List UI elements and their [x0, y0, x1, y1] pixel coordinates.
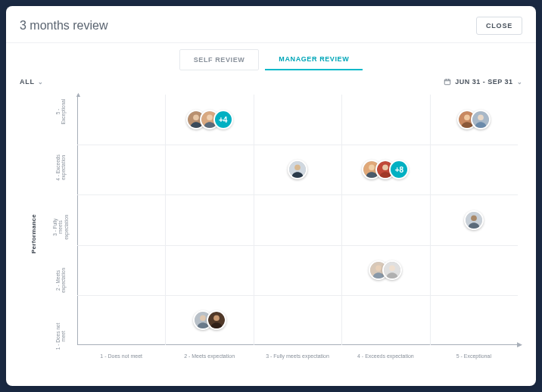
svg-point-8 [478, 114, 484, 120]
svg-point-24 [213, 315, 220, 321]
svg-point-16 [471, 215, 477, 221]
chevron-down-icon: ⌄ [38, 79, 44, 86]
svg-point-18 [376, 265, 382, 271]
date-range-label: JUN 31 - SEP 31 [455, 78, 512, 86]
review-card: 3 months review CLOSE SELF REVIEW MANAGE… [6, 6, 536, 386]
x-axis [77, 344, 518, 345]
avatar [471, 110, 491, 129]
x-axis-arrow-icon: ▶ [517, 341, 522, 348]
data-point[interactable]: +8 [362, 160, 409, 179]
svg-point-14 [383, 165, 389, 171]
x-tick-5: 5 - Exceptional [456, 353, 491, 359]
y-tick-5: 5 - Exceptional [55, 97, 67, 127]
divider [6, 42, 536, 43]
overflow-badge: +4 [213, 110, 233, 129]
y-tick-3: 3 - Fully meets expectation [52, 212, 69, 242]
x-tick-1: 1 - Does not meet [100, 353, 142, 359]
tab-self-review[interactable]: SELF REVIEW [179, 49, 260, 70]
avatar [207, 310, 226, 330]
data-point[interactable] [464, 210, 484, 230]
chevron-down-icon: ⌄ [517, 79, 523, 86]
svg-point-2 [193, 114, 199, 120]
data-point[interactable] [288, 160, 307, 179]
filter-label: ALL [20, 78, 35, 86]
date-range-picker[interactable]: JUN 31 - SEP 31 ⌄ [444, 78, 522, 86]
tabs: SELF REVIEW MANAGER REVIEW [6, 49, 536, 70]
data-point[interactable]: +4 [186, 110, 233, 129]
svg-point-4 [207, 114, 213, 120]
performance-chart: Performance 1 - Does not meet 2 - Meets … [6, 90, 536, 386]
svg-point-22 [200, 315, 206, 321]
avatar [288, 160, 307, 179]
tab-manager-review[interactable]: MANAGER REVIEW [265, 49, 363, 70]
y-axis-arrow-icon: ▲ [75, 91, 82, 98]
data-point[interactable] [369, 260, 402, 280]
y-axis [77, 95, 78, 345]
close-button[interactable]: CLOSE [476, 17, 522, 35]
svg-rect-0 [444, 79, 450, 85]
plot-area: ▲ ▶ +4 [77, 95, 518, 345]
x-tick-3: 3 - Fully meets expectation [266, 353, 329, 359]
overflow-badge: +8 [389, 160, 409, 179]
controls-bar: ALL ⌄ JUN 31 - SEP 31 ⌄ [6, 70, 536, 90]
y-axis-title: Performance [30, 213, 37, 253]
svg-point-12 [369, 165, 375, 171]
header: 3 months review CLOSE [6, 6, 536, 42]
page-title: 3 months review [20, 19, 108, 33]
x-tick-4: 4 - Exceeds expectation [357, 353, 414, 359]
avatar [382, 260, 402, 280]
avatar [464, 210, 484, 230]
y-tick-1: 1 - Does not meet [55, 321, 67, 351]
data-point[interactable] [457, 110, 491, 129]
y-tick-2: 2 - Meets expectation [55, 265, 67, 295]
calendar-icon [444, 78, 451, 86]
data-point[interactable] [193, 310, 226, 330]
filter-dropdown[interactable]: ALL ⌄ [20, 78, 43, 86]
svg-point-20 [390, 265, 396, 271]
y-tick-4: 4 - Exceeds expectation [55, 153, 67, 183]
svg-point-6 [464, 114, 470, 120]
x-tick-2: 2 - Meets expectation [184, 353, 235, 359]
svg-point-10 [294, 165, 301, 171]
